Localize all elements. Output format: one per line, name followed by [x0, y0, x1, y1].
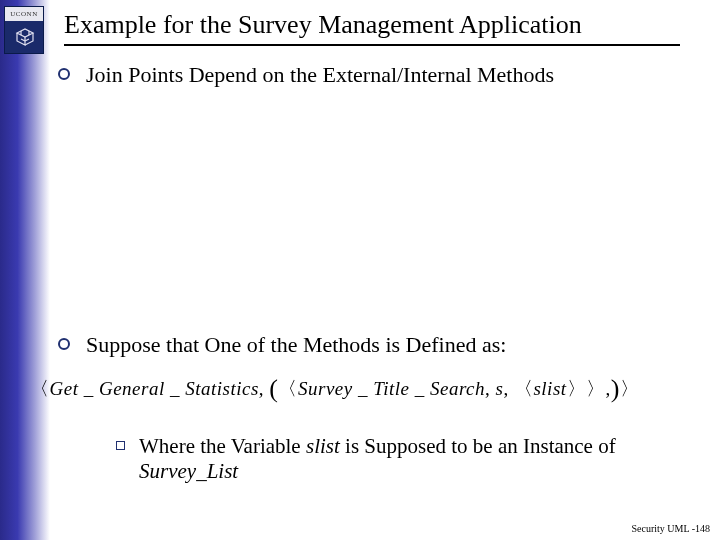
sub-bullet-text: Where the Variable slist is Supposed to … [139, 434, 676, 484]
formula-term2: Survey _ Title _ Search [298, 378, 485, 399]
uconn-logo: UCONN [4, 6, 44, 54]
cube-icon [13, 25, 37, 49]
bullet-1: Join Points Depend on the External/Inter… [58, 62, 554, 88]
sub-pre: Where the Variable [139, 434, 306, 458]
bullet-2: Suppose that One of the Methods is Defin… [58, 332, 506, 358]
slide-title: Example for the Survey Management Applic… [64, 10, 582, 40]
angle-close: 〉 [620, 378, 640, 399]
angle-open: 〈 [278, 378, 298, 399]
formula-term1: Get _ General _ Statistics [50, 378, 259, 399]
sub-bullet: Where the Variable slist is Supposed to … [116, 434, 676, 484]
angle-close: 〉 [567, 378, 587, 399]
comma: , [485, 378, 496, 399]
title-underline [64, 44, 680, 46]
sub-mid: is Supposed to be an Instance of [340, 434, 616, 458]
comma: , [503, 378, 514, 399]
bullet-1-text: Join Points Depend on the External/Inter… [86, 62, 554, 88]
paren-open: ( [269, 374, 278, 403]
square-bullet-icon [116, 441, 125, 450]
logo-text: UCONN [5, 7, 43, 21]
sub-var2: Survey_List [139, 459, 238, 483]
sidebar-gradient [0, 0, 50, 540]
circle-bullet-icon [58, 68, 70, 80]
angle-open: 〈 [30, 378, 50, 399]
angle-open: 〈 [514, 378, 534, 399]
formula: 〈Get _ General _ Statistics, (〈Survey _ … [30, 372, 639, 402]
formula-term4: slist [533, 378, 566, 399]
comma: , [259, 378, 270, 399]
circle-bullet-icon [58, 338, 70, 350]
angle-close: 〉 [586, 378, 606, 399]
sub-var1: slist [306, 434, 340, 458]
footer-text: Security UML -148 [631, 523, 710, 534]
paren-close: ) [611, 374, 620, 403]
bullet-2-text: Suppose that One of the Methods is Defin… [86, 332, 506, 358]
